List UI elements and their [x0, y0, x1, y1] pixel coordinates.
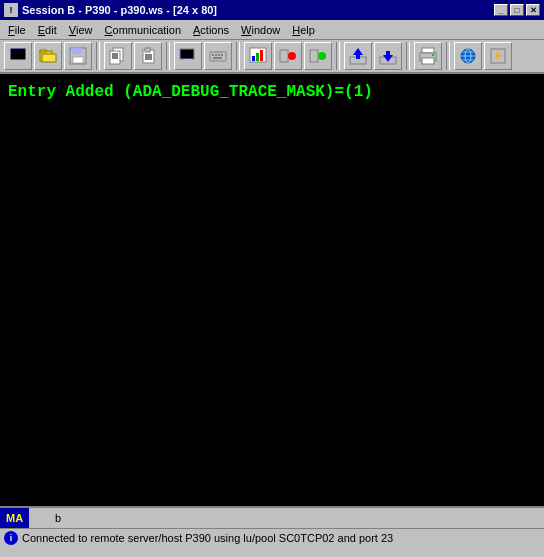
- title-bar-left: ! Session B - P390 - p390.ws - [24 x 80]: [4, 3, 217, 17]
- svg-rect-21: [181, 50, 193, 58]
- menu-bar: File Edit View Communication Actions Win…: [0, 20, 544, 40]
- svg-point-35: [288, 52, 296, 60]
- sep4: [336, 42, 340, 70]
- menu-communication[interactable]: Communication: [99, 20, 187, 39]
- svg-rect-24: [210, 52, 226, 61]
- mode-indicator: MA: [0, 508, 29, 528]
- chart-button[interactable]: [244, 42, 272, 70]
- svg-rect-42: [422, 48, 434, 53]
- window-title: Session B - P390 - p390.ws - [24 x 80]: [22, 4, 217, 16]
- svg-rect-2: [15, 60, 21, 63]
- svg-rect-34: [280, 50, 288, 62]
- svg-rect-9: [73, 57, 83, 63]
- toolbar: [0, 40, 544, 74]
- app-icon: !: [4, 3, 18, 17]
- svg-rect-8: [72, 48, 82, 54]
- keyboard-button[interactable]: [204, 42, 232, 70]
- info-bar: i Connected to remote server/host P390 u…: [0, 528, 544, 546]
- svg-rect-29: [213, 57, 222, 59]
- close-button[interactable]: ✕: [526, 4, 540, 16]
- svg-point-37: [318, 52, 326, 60]
- display-button[interactable]: [174, 42, 202, 70]
- svg-rect-6: [42, 54, 56, 62]
- title-bar: ! Session B - P390 - p390.ws - [24 x 80]…: [0, 0, 544, 20]
- svg-rect-26: [215, 54, 217, 56]
- title-bar-buttons: _ □ ✕: [494, 4, 540, 16]
- svg-rect-32: [256, 53, 259, 61]
- svg-rect-23: [182, 61, 194, 62]
- menu-window[interactable]: Window: [235, 20, 286, 39]
- svg-rect-45: [432, 54, 434, 56]
- svg-rect-16: [145, 48, 150, 52]
- svg-rect-22: [184, 59, 192, 61]
- sep6: [446, 42, 450, 70]
- minimize-button[interactable]: _: [494, 4, 508, 16]
- lightning-button[interactable]: [484, 42, 512, 70]
- menu-file[interactable]: File: [2, 20, 32, 39]
- svg-rect-44: [422, 58, 434, 64]
- connection-info: Connected to remote server/host P390 usi…: [22, 532, 393, 544]
- new-session-button[interactable]: [4, 42, 32, 70]
- green-indicator-button[interactable]: [304, 42, 332, 70]
- save-button[interactable]: [64, 42, 92, 70]
- cursor-position: b: [49, 512, 67, 524]
- sep3: [236, 42, 240, 70]
- maximize-button[interactable]: □: [510, 4, 524, 16]
- info-icon: i: [4, 531, 18, 545]
- svg-rect-5: [40, 50, 46, 52]
- sep2: [166, 42, 170, 70]
- svg-rect-25: [212, 54, 214, 56]
- svg-rect-3: [12, 63, 24, 64]
- paste-button[interactable]: [134, 42, 162, 70]
- svg-rect-27: [218, 54, 220, 56]
- svg-rect-28: [221, 54, 223, 56]
- copy-button[interactable]: [104, 42, 132, 70]
- download-button[interactable]: [374, 42, 402, 70]
- red-indicator-button[interactable]: [274, 42, 302, 70]
- sep1: [96, 42, 100, 70]
- terminal-area[interactable]: Entry Added (ADA_DEBUG_TRACE_MASK)=(1): [0, 74, 544, 506]
- menu-edit[interactable]: Edit: [32, 20, 63, 39]
- upload-button[interactable]: [344, 42, 372, 70]
- menu-view[interactable]: View: [63, 20, 99, 39]
- globe-button[interactable]: [454, 42, 482, 70]
- print-button[interactable]: [414, 42, 442, 70]
- svg-rect-1: [11, 49, 25, 59]
- status-bar: MA b: [0, 506, 544, 528]
- svg-rect-36: [310, 50, 318, 62]
- menu-help[interactable]: Help: [286, 20, 321, 39]
- menu-actions[interactable]: Actions: [187, 20, 235, 39]
- svg-rect-31: [252, 56, 255, 61]
- open-button[interactable]: [34, 42, 62, 70]
- sep5: [406, 42, 410, 70]
- terminal-line-1: Entry Added (ADA_DEBUG_TRACE_MASK)=(1): [8, 82, 536, 103]
- svg-rect-33: [260, 50, 263, 61]
